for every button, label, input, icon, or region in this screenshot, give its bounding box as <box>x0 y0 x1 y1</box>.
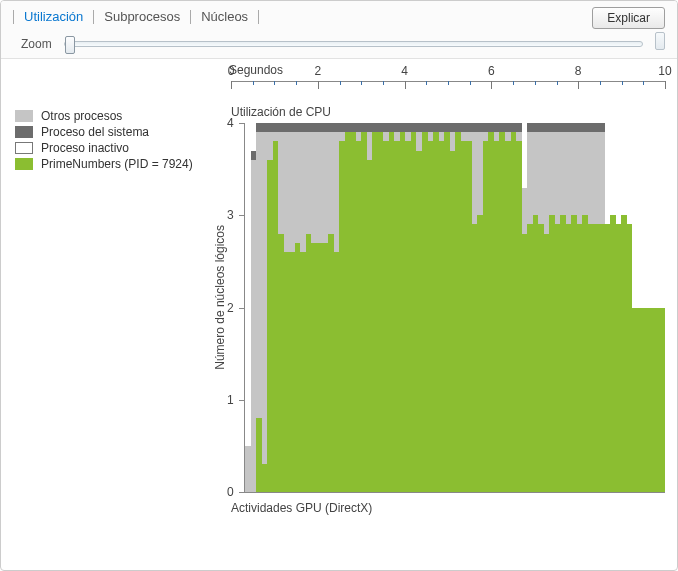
time-tick-minor <box>340 81 341 85</box>
time-tick-minor <box>513 81 514 85</box>
time-tick-minor <box>361 81 362 85</box>
time-tick-label: 4 <box>401 64 408 78</box>
time-tick-minor <box>253 81 254 85</box>
tab-threads[interactable]: Subprocesos <box>94 9 190 24</box>
time-tick-minor <box>448 81 449 85</box>
y-tick <box>239 492 245 493</box>
y-axis-label: Número de núcleos lógicos <box>213 225 227 370</box>
explain-button[interactable]: Explicar <box>592 7 665 29</box>
time-tick-minor <box>622 81 623 85</box>
time-tick-major <box>318 81 319 89</box>
cpu-chart-title: Utilización de CPU <box>231 105 665 119</box>
y-axis-label-container: Número de núcleos lógicos <box>211 99 229 495</box>
tab-cores[interactable]: Núcleos <box>191 9 258 24</box>
time-tick-major <box>578 81 579 89</box>
time-tick-minor <box>535 81 536 85</box>
legend-item[interactable]: Proceso del sistema <box>15 125 201 139</box>
legend-swatch <box>15 110 33 122</box>
time-tick-major <box>665 81 666 89</box>
cpu-chart: Utilización de CPU 01234 <box>229 99 677 495</box>
y-tick-label: 3 <box>227 208 234 222</box>
y-tick <box>239 123 245 124</box>
legend-item[interactable]: PrimeNumbers (PID = 7924) <box>15 157 201 171</box>
zoom-thumb[interactable] <box>65 36 75 54</box>
time-tick-label: 6 <box>488 64 495 78</box>
legend-swatch <box>15 158 33 170</box>
cpu-sample <box>660 123 666 492</box>
time-tick-minor <box>383 81 384 85</box>
legend-swatch <box>15 126 33 138</box>
legend-item[interactable]: Proceso inactivo <box>15 141 201 155</box>
y-tick-label: 4 <box>227 116 234 130</box>
legend: Otros procesosProceso del sistemaProceso… <box>1 99 211 495</box>
zoom-label: Zoom <box>21 37 52 51</box>
legend-label: Proceso del sistema <box>41 125 149 139</box>
gpu-chart: Actividades GPU (DirectX) 3 <box>229 495 677 570</box>
time-tick-label: 10 <box>658 64 671 78</box>
view-tabs: Utilización Subprocesos Núcleos <box>13 9 259 24</box>
time-tick-minor <box>274 81 275 85</box>
gpu-chart-title: Actividades GPU (DirectX) <box>231 501 665 515</box>
zoom-right-box[interactable] <box>655 32 665 50</box>
time-tick-minor <box>470 81 471 85</box>
content-area: Segundos 0246810 Otros procesosProceso d… <box>1 59 677 570</box>
y-tick <box>239 400 245 401</box>
tab-utilization[interactable]: Utilización <box>14 9 93 24</box>
cpu-bars <box>245 123 665 492</box>
time-axis-header: Segundos 0246810 <box>229 59 677 99</box>
y-tick <box>239 215 245 216</box>
toolbar: Utilización Subprocesos Núcleos Explicar… <box>1 1 677 59</box>
legend-label: Otros procesos <box>41 109 122 123</box>
time-tick-label: 8 <box>575 64 582 78</box>
time-tick-minor <box>557 81 558 85</box>
tab-separator <box>258 10 259 24</box>
time-tick-major <box>491 81 492 89</box>
legend-item[interactable]: Otros procesos <box>15 109 201 123</box>
time-tick-major <box>231 81 232 89</box>
legend-label: Proceso inactivo <box>41 141 129 155</box>
y-tick-label: 1 <box>227 393 234 407</box>
time-axis-label: Segundos <box>229 63 283 77</box>
time-tick-minor <box>600 81 601 85</box>
cpu-plot-area[interactable]: 01234 <box>244 123 665 493</box>
time-tick-minor <box>296 81 297 85</box>
legend-label: PrimeNumbers (PID = 7924) <box>41 157 193 171</box>
time-tick-major <box>405 81 406 89</box>
time-scale[interactable]: 0246810 <box>231 81 665 99</box>
legend-swatch <box>15 142 33 154</box>
y-tick <box>239 308 245 309</box>
time-tick-minor <box>643 81 644 85</box>
time-tick-label: 0 <box>228 64 235 78</box>
zoom-control: Zoom <box>21 37 665 51</box>
time-tick-label: 2 <box>314 64 321 78</box>
profiler-window: Utilización Subprocesos Núcleos Explicar… <box>0 0 678 571</box>
zoom-slider[interactable] <box>64 41 643 47</box>
y-tick-label: 2 <box>227 301 234 315</box>
seg-prime <box>660 308 666 493</box>
time-tick-minor <box>426 81 427 85</box>
